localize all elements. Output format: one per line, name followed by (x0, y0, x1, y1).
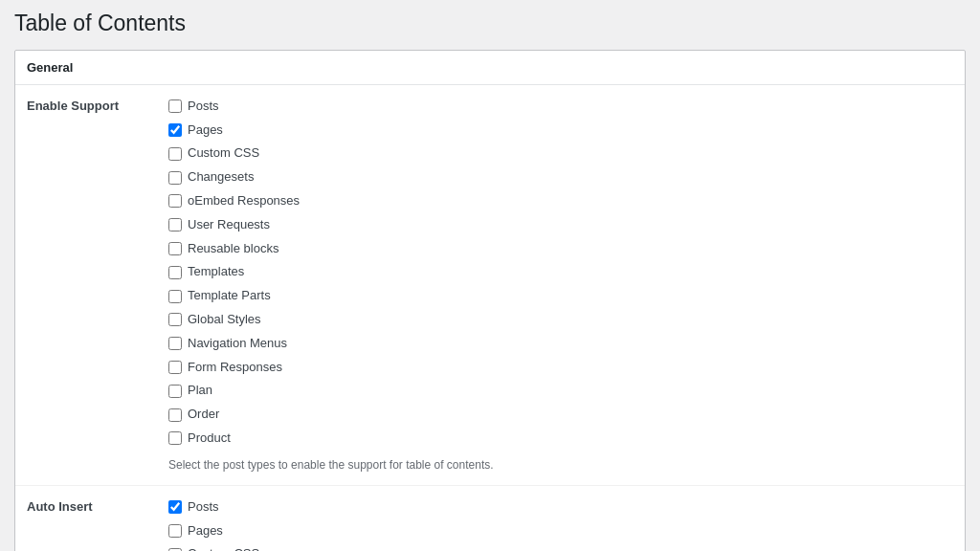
es_template_parts-checkbox[interactable] (168, 290, 182, 303)
es_changesets-label[interactable]: Changesets (188, 167, 254, 187)
es_posts-checkbox[interactable] (168, 99, 182, 113)
list-item: Plan (168, 381, 953, 401)
es_reusable_blocks-label[interactable]: Reusable blocks (188, 239, 278, 259)
list-item: Global Styles (168, 310, 953, 330)
es_global_styles-checkbox[interactable] (168, 313, 182, 326)
es_form_responses-label[interactable]: Form Responses (188, 358, 282, 378)
es_user_requests-label[interactable]: User Requests (188, 215, 270, 235)
es_user_requests-checkbox[interactable] (168, 218, 182, 231)
list-item: Pages (168, 121, 953, 141)
list-item: Templates (168, 262, 953, 282)
ai_posts-checkbox[interactable] (168, 500, 182, 514)
list-item: Changesets (168, 167, 953, 187)
es_plan-label[interactable]: Plan (188, 381, 212, 401)
es_oembed-checkbox[interactable] (168, 194, 182, 208)
list-item: Navigation Menus (168, 334, 953, 354)
enable-support-row: Enable Support PostsPagesCustom CSSChang… (15, 85, 965, 485)
es_nav_menus-checkbox[interactable] (168, 337, 182, 350)
es_order-label[interactable]: Order (188, 405, 219, 425)
es_posts-label[interactable]: Posts (188, 97, 219, 117)
list-item: Custom CSS (168, 143, 953, 164)
es_pages-label[interactable]: Pages (188, 121, 223, 141)
list-item: Template Parts (168, 286, 953, 306)
list-item: Custom CSS (168, 544, 953, 551)
es_form_responses-checkbox[interactable] (168, 361, 182, 374)
es_reusable_blocks-checkbox[interactable] (168, 242, 182, 255)
ai_custom_css-label[interactable]: Custom CSS (188, 544, 259, 551)
list-item: Reusable blocks (168, 239, 953, 259)
enable-support-field: PostsPagesCustom CSSChangesetsoEmbed Res… (168, 85, 965, 485)
list-item: User Requests (168, 215, 953, 235)
list-item: Form Responses (168, 358, 953, 378)
es_product-label[interactable]: Product (188, 429, 231, 449)
list-item: Product (168, 429, 953, 449)
es_product-checkbox[interactable] (168, 431, 182, 445)
settings-table: Enable Support PostsPagesCustom CSSChang… (15, 85, 965, 551)
enable-support-checkboxes: PostsPagesCustom CSSChangesetsoEmbed Res… (168, 97, 953, 449)
list-item: Pages (168, 521, 953, 541)
list-item: Posts (168, 97, 953, 117)
es_pages-checkbox[interactable] (168, 123, 182, 137)
settings-card: General Enable Support PostsPagesCustom … (14, 50, 966, 551)
ai_posts-label[interactable]: Posts (188, 497, 219, 518)
ai_pages-checkbox[interactable] (168, 524, 182, 538)
es_oembed-label[interactable]: oEmbed Responses (188, 191, 300, 211)
auto-insert-field: PostsPagesCustom CSSChangesetsoEmbed Res… (168, 485, 965, 551)
list-item: Posts (168, 497, 953, 518)
enable-support-label: Enable Support (15, 85, 168, 485)
es_templates-label[interactable]: Templates (188, 262, 244, 282)
auto-insert-checkboxes: PostsPagesCustom CSSChangesetsoEmbed Res… (168, 497, 953, 551)
page-wrapper: Table of Contents General Enable Support… (0, 0, 980, 551)
es_plan-checkbox[interactable] (168, 385, 182, 398)
es_custom_css-label[interactable]: Custom CSS (188, 143, 259, 164)
enable-support-help: Select the post types to enable the supp… (168, 456, 953, 474)
list-item: Order (168, 405, 953, 425)
es_order-checkbox[interactable] (168, 408, 182, 422)
section-header: General (15, 51, 965, 85)
list-item: oEmbed Responses (168, 191, 953, 211)
es_nav_menus-label[interactable]: Navigation Menus (188, 334, 287, 354)
es_global_styles-label[interactable]: Global Styles (188, 310, 261, 330)
es_template_parts-label[interactable]: Template Parts (188, 286, 271, 306)
es_custom_css-checkbox[interactable] (168, 147, 182, 161)
ai_pages-label[interactable]: Pages (188, 521, 223, 541)
page-title: Table of Contents (14, 10, 966, 38)
auto-insert-row: Auto Insert PostsPagesCustom CSSChangese… (15, 485, 965, 551)
es_templates-checkbox[interactable] (168, 266, 182, 279)
es_changesets-checkbox[interactable] (168, 171, 182, 185)
auto-insert-label: Auto Insert (15, 485, 168, 551)
